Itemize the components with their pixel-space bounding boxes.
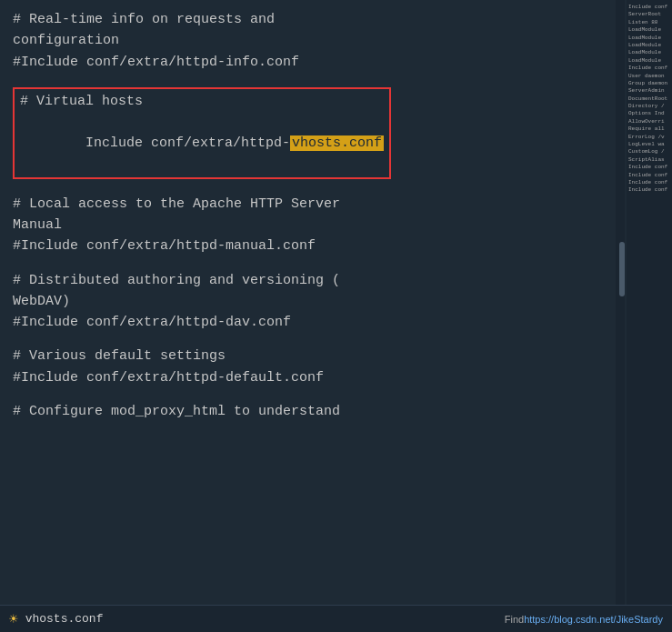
minimap-line: DocumentRoot xyxy=(628,95,670,103)
bottom-bar: ☀ vhosts.conf Findhttps://blog.csdn.net/… xyxy=(0,605,672,632)
code-line: # Various default settings xyxy=(13,346,614,366)
minimap-line: User daemon xyxy=(628,73,670,80)
highlighted-block: # Virtual hosts Include conf/extra/httpd… xyxy=(13,87,391,179)
code-block-6: # Configure mod_proxy_html to understand xyxy=(13,401,614,422)
include-prefix: Include conf/extra/httpd- xyxy=(85,135,290,151)
minimap-line: LoadModule xyxy=(628,49,670,56)
main-container: # Real-time info on requests and configu… xyxy=(0,0,672,632)
minimap-line: ServerAdmin xyxy=(628,87,670,95)
code-block-5: # Various default settings #Include conf… xyxy=(13,346,614,388)
minimap-line: Listen 80 xyxy=(628,19,670,26)
minimap-line: LoadModule xyxy=(628,35,670,42)
minimap-line: Include conf xyxy=(628,164,670,171)
minimap-line: LoadModule xyxy=(628,26,670,34)
code-line: #Include conf/extra/httpd-dav.conf xyxy=(13,312,614,333)
bottom-left: ☀ vhosts.conf xyxy=(9,610,103,628)
bulb-icon: ☀ xyxy=(9,610,18,628)
code-block-1: # Real-time info on requests and configu… xyxy=(13,9,614,73)
scrollbar[interactable] xyxy=(616,0,625,605)
minimap-line: Include conf xyxy=(628,172,670,179)
minimap-line: ServerRoot xyxy=(628,11,670,18)
minimap-sidebar: Include conf ServerRoot Listen 80 LoadMo… xyxy=(627,0,672,632)
minimap-line: Include conf xyxy=(628,186,670,194)
minimap-line: AllowOverri xyxy=(628,118,670,125)
minimap-line: LogLevel wa xyxy=(628,141,670,148)
include-vhosts-line: Include conf/extra/httpd-vhosts.conf xyxy=(20,112,384,176)
csdn-link[interactable]: https://blog.csdn.net/JikeStardy xyxy=(524,614,663,625)
minimap-line: CustomLog / xyxy=(628,148,670,155)
vhosts-highlight: vhosts.conf xyxy=(290,135,384,151)
minimap-line: ScriptAlias xyxy=(628,156,670,164)
scroll-thumb[interactable] xyxy=(619,242,625,296)
virtual-hosts-comment: # Virtual hosts xyxy=(20,91,384,112)
bottom-filename: vhosts.conf xyxy=(25,612,104,626)
minimap-line: LoadModule xyxy=(628,42,670,49)
minimap-line: Include conf xyxy=(628,4,670,11)
code-line: Manual xyxy=(13,215,614,236)
code-line: configuration xyxy=(13,30,614,51)
minimap-line: Directory / xyxy=(628,103,670,110)
minimap-line: Options Ind xyxy=(628,110,670,117)
code-line: # Local access to the Apache HTTP Server xyxy=(13,194,614,215)
minimap-line: Include conf xyxy=(628,179,670,186)
code-line: # Configure mod_proxy_html to understand xyxy=(13,401,614,422)
minimap-line: LoadModule xyxy=(628,57,670,65)
minimap-line: Group daemon xyxy=(628,80,670,87)
code-line: WebDAV) xyxy=(13,291,614,312)
code-block-4: # Distributed authoring and versioning (… xyxy=(13,270,614,334)
find-label: Find xyxy=(505,614,524,625)
code-line: #Include conf/extra/httpd-default.conf xyxy=(13,367,614,388)
code-line: # Distributed authoring and versioning ( xyxy=(13,270,614,291)
code-line: #Include conf/extra/httpd-info.conf xyxy=(13,52,614,73)
minimap-line: Include conf xyxy=(628,65,670,72)
code-line: # Real-time info on requests and xyxy=(13,9,614,30)
code-block-3: # Local access to the Apache HTTP Server… xyxy=(13,194,614,257)
code-line: #Include conf/extra/httpd-manual.conf xyxy=(13,236,614,256)
minimap-line: ErrorLog /v xyxy=(628,134,670,141)
minimap-line: Require all xyxy=(628,125,670,133)
bottom-url: Findhttps://blog.csdn.net/JikeStardy xyxy=(505,614,663,625)
code-editor[interactable]: # Real-time info on requests and configu… xyxy=(0,0,627,632)
